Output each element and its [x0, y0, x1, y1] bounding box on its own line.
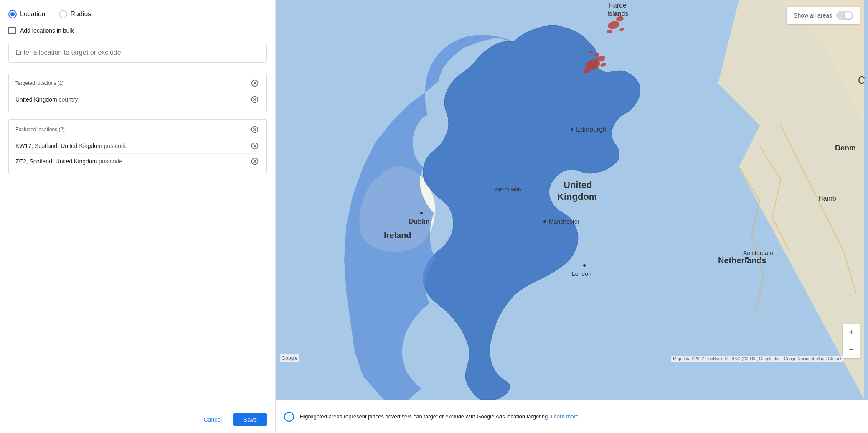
show-all-areas-toggle[interactable]	[836, 11, 853, 20]
svg-text:Faroe: Faroe	[609, 2, 627, 9]
svg-point-42	[746, 257, 749, 259]
radius-radio-label: Radius	[71, 10, 91, 18]
excluded-section-header: Excluded locations (2)	[15, 125, 260, 135]
bottom-actions: Cancel Save	[0, 406, 275, 433]
remove-all-excluded-button[interactable]	[250, 125, 260, 135]
svg-point-20	[589, 51, 593, 53]
targeted-locations-section: Targeted locations (1) United Kingdom co…	[8, 73, 267, 112]
map-bottom-bar: i Highlighted areas represent places adv…	[276, 400, 868, 433]
location-radio-option[interactable]: Location	[8, 10, 46, 18]
show-all-areas-label: Show all areas	[794, 12, 832, 19]
svg-point-18	[583, 69, 590, 73]
excluded-section-title: Excluded locations (2)	[15, 127, 65, 132]
right-panel: Edinburgh United Kingdom Isle of Man Dub…	[276, 0, 868, 433]
svg-point-36	[543, 220, 546, 223]
svg-text:Denm: Denm	[835, 144, 856, 152]
radius-radio-button[interactable]	[59, 10, 67, 18]
search-input[interactable]	[15, 49, 260, 56]
svg-text:Isle of Man: Isle of Man	[495, 186, 521, 193]
add-bulk-row[interactable]: Add locations in bulk	[8, 27, 267, 34]
zoom-out-button[interactable]: −	[843, 341, 860, 358]
svg-text:Dublin: Dublin	[409, 218, 430, 225]
left-panel: Location Radius Add locations in bulk Ta…	[0, 0, 276, 433]
svg-point-33	[420, 212, 423, 214]
zoom-controls: + −	[843, 324, 860, 358]
excluded-location-type-0: postcode	[104, 143, 128, 149]
svg-point-24	[607, 30, 612, 33]
info-icon: i	[284, 412, 294, 422]
map-container[interactable]: Edinburgh United Kingdom Isle of Man Dub…	[276, 0, 868, 400]
add-bulk-label: Add locations in bulk	[20, 27, 74, 34]
excluded-location-type-1: postcode	[99, 158, 122, 165]
svg-text:Kingdom: Kingdom	[557, 191, 597, 202]
excluded-location-row-0: KW17, Scotland, United Kingdom postcode	[15, 138, 260, 153]
add-bulk-checkbox[interactable]	[8, 27, 16, 34]
location-radio-label: Location	[20, 10, 46, 18]
svg-text:London: London	[572, 270, 591, 277]
svg-text:Manchester: Manchester	[549, 218, 579, 225]
svg-text:Islands: Islands	[607, 10, 629, 17]
remove-excluded-1-button[interactable]	[250, 156, 260, 166]
radio-group: Location Radius	[8, 10, 267, 18]
location-radio-button[interactable]	[8, 10, 17, 18]
targeted-location-type: country	[59, 96, 78, 103]
excluded-location-name-0: KW17, Scotland, United Kingdom postcode	[15, 143, 128, 149]
excluded-locations-section: Excluded locations (2) KW17, Scotland, U…	[8, 119, 267, 174]
svg-point-38	[583, 264, 586, 267]
google-brand: Google	[280, 354, 299, 362]
excluded-location-name-1: ZE2, Scotland, United Kingdom postcode	[15, 158, 122, 165]
save-button[interactable]: Save	[233, 413, 267, 426]
radius-radio-option[interactable]: Radius	[59, 10, 91, 18]
remove-excluded-0-button[interactable]	[250, 141, 260, 151]
show-all-areas-control: Show all areas	[787, 7, 860, 24]
map-svg: Edinburgh United Kingdom Isle of Man Dub…	[276, 0, 868, 400]
targeted-location-name: United Kingdom country	[15, 96, 78, 103]
zoom-in-button[interactable]: +	[843, 324, 860, 341]
remove-all-targeted-button[interactable]	[250, 78, 260, 88]
search-container[interactable]	[8, 43, 267, 63]
svg-text:Hamb: Hamb	[818, 195, 836, 202]
excluded-location-row-1: ZE2, Scotland, United Kingdom postcode	[15, 153, 260, 169]
svg-text:Edinburgh: Edinburgh	[576, 126, 607, 133]
learn-more-link[interactable]: Learn more	[551, 413, 579, 420]
targeted-location-row: United Kingdom country	[15, 92, 260, 107]
svg-text:C: C	[858, 74, 865, 86]
map-attribution: Map data ©2022 GeoBasis-DE/BKG (©2009), …	[671, 356, 843, 362]
svg-text:Ireland: Ireland	[384, 231, 411, 240]
targeted-section-header: Targeted locations (1)	[15, 78, 260, 88]
svg-text:United: United	[563, 180, 592, 190]
info-text: Highlighted areas represent places adver…	[300, 413, 579, 420]
svg-point-27	[571, 128, 573, 131]
cancel-button[interactable]: Cancel	[197, 413, 228, 426]
targeted-section-title: Targeted locations (1)	[15, 80, 63, 86]
remove-targeted-0-button[interactable]	[250, 94, 260, 104]
